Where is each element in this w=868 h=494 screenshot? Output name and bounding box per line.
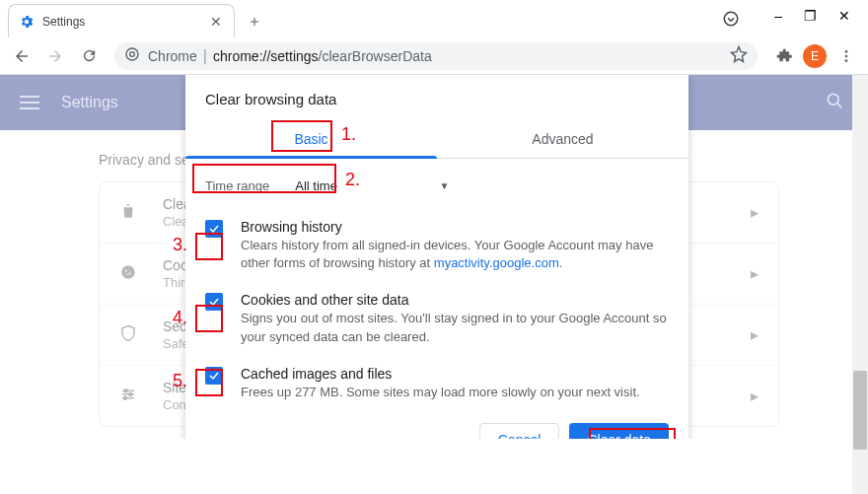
address-bar[interactable]: Chrome | chrome://settings/clearBrowserD… bbox=[114, 42, 758, 70]
svg-point-2 bbox=[130, 51, 135, 56]
opt-browsing-history: Browsing history Clears history from all… bbox=[205, 209, 669, 282]
page-content: Settings Privacy and security Clear brow… bbox=[0, 75, 868, 439]
chevron-down-icon: ▼ bbox=[439, 180, 449, 191]
clear-data-button[interactable]: Clear data bbox=[569, 423, 669, 439]
forward-button bbox=[41, 42, 69, 70]
window-controls: – ❐ ✕ bbox=[774, 0, 868, 24]
settings-gear-icon bbox=[19, 14, 35, 30]
dialog-actions: Cancel Clear data bbox=[185, 411, 688, 439]
dialog-options: Browsing history Clears history from all… bbox=[185, 203, 688, 411]
checkbox-cookies[interactable] bbox=[205, 293, 223, 311]
bookmark-star-icon[interactable] bbox=[730, 45, 748, 67]
url-divider: | bbox=[203, 47, 207, 65]
cancel-button[interactable]: Cancel bbox=[479, 423, 560, 439]
reload-button[interactable] bbox=[75, 42, 103, 70]
myactivity-link[interactable]: myactivity.google.com bbox=[434, 255, 559, 270]
opt-cookies: Cookies and other site data Signs you ou… bbox=[205, 282, 669, 355]
tab-advanced[interactable]: Advanced bbox=[437, 121, 688, 158]
maximize-button[interactable]: ❐ bbox=[804, 8, 817, 24]
dialog-tabs: Basic Advanced bbox=[185, 121, 688, 159]
tab-close-icon[interactable]: ✕ bbox=[208, 12, 224, 32]
tab-basic[interactable]: Basic bbox=[185, 121, 437, 158]
page-scrollbar[interactable] bbox=[852, 75, 868, 494]
browser-tab[interactable]: Settings ✕ bbox=[8, 4, 235, 37]
svg-point-0 bbox=[724, 12, 738, 26]
svg-point-4 bbox=[845, 54, 848, 57]
clear-data-dialog: Clear browsing data Basic Advanced Time … bbox=[185, 75, 688, 439]
time-range-field: Time range All time ▼ bbox=[185, 159, 688, 203]
checkbox-history[interactable] bbox=[205, 220, 223, 238]
extensions-icon[interactable] bbox=[769, 42, 797, 70]
time-range-select[interactable]: All time ▼ bbox=[283, 173, 461, 199]
url-text: chrome://settings/clearBrowserData bbox=[213, 48, 432, 64]
window-titlebar: Settings ✕ – ❐ ✕ bbox=[0, 0, 868, 37]
close-button[interactable]: ✕ bbox=[838, 8, 850, 24]
checkbox-cache[interactable] bbox=[205, 367, 223, 385]
chrome-menu-icon[interactable] bbox=[832, 42, 860, 70]
scroll-thumb[interactable] bbox=[853, 371, 867, 450]
new-tab-button[interactable] bbox=[241, 8, 268, 35]
profile-avatar[interactable]: E bbox=[803, 44, 827, 68]
dialog-title: Clear browsing data bbox=[185, 75, 688, 121]
opt-cache: Cached images and files Frees up 277 MB.… bbox=[205, 356, 669, 411]
time-range-label: Time range bbox=[205, 178, 269, 193]
svg-point-1 bbox=[126, 48, 138, 60]
minimize-button[interactable]: – bbox=[774, 8, 782, 24]
tab-title: Settings bbox=[42, 15, 208, 29]
back-button[interactable] bbox=[8, 42, 36, 70]
browser-toolbar: Chrome | chrome://settings/clearBrowserD… bbox=[0, 37, 868, 75]
site-info-icon[interactable] bbox=[124, 46, 140, 66]
url-prefix: Chrome bbox=[148, 48, 197, 64]
svg-point-5 bbox=[845, 59, 848, 62]
tab-search-icon[interactable] bbox=[722, 10, 740, 32]
svg-point-3 bbox=[845, 50, 848, 53]
